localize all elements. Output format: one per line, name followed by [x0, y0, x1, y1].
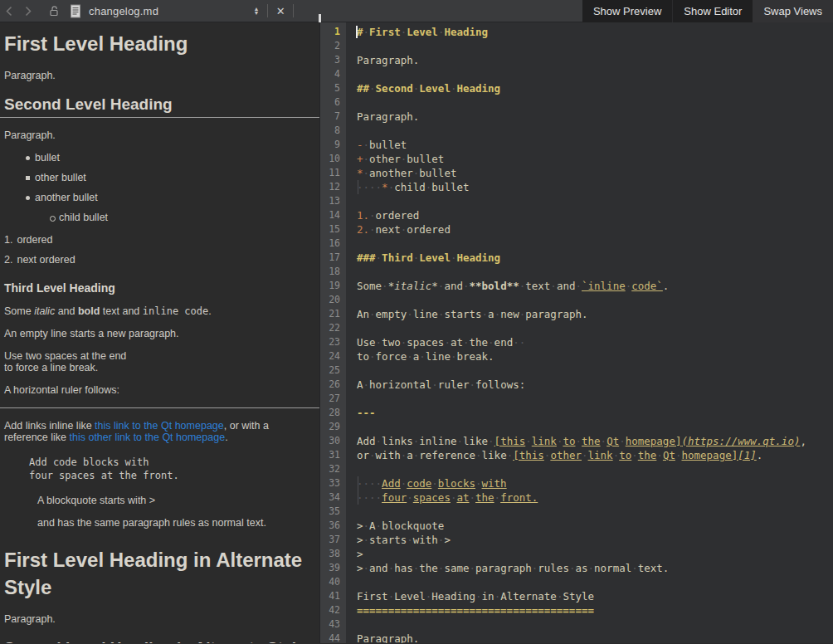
- editor-line[interactable]: Paragraph.: [357, 110, 833, 124]
- line-number[interactable]: 8: [320, 124, 340, 138]
- pane-splitter-handle[interactable]: [319, 14, 321, 22]
- editor-line[interactable]: to·force·a·line·break.: [357, 349, 833, 363]
- line-number[interactable]: 25: [320, 363, 340, 378]
- line-number[interactable]: 12: [320, 180, 340, 194]
- editor-line[interactable]: First·Level·Heading·in·Alternate·Style: [357, 589, 833, 603]
- editor-line[interactable]: Paragraph.: [357, 632, 833, 643]
- line-number[interactable]: 23: [320, 335, 340, 349]
- line-number[interactable]: 36: [320, 519, 340, 533]
- editor-line[interactable]: *·another·bullet: [357, 166, 833, 180]
- editor-line[interactable]: -·bullet: [357, 138, 833, 152]
- line-number[interactable]: 24: [320, 349, 340, 363]
- line-number[interactable]: 18: [320, 265, 340, 279]
- line-number[interactable]: 11: [320, 166, 340, 180]
- editor-line[interactable]: [357, 265, 833, 279]
- document-switcher[interactable]: ▲ ▼: [250, 7, 263, 15]
- editor-line[interactable]: >·A·blockquote: [357, 519, 833, 533]
- editor-line[interactable]: 2.·next·ordered: [357, 222, 833, 237]
- line-number[interactable]: 43: [320, 617, 340, 632]
- line-number[interactable]: 33: [320, 476, 340, 490]
- line-number[interactable]: 40: [320, 575, 340, 589]
- show-preview-button[interactable]: Show Preview: [582, 0, 672, 22]
- line-number[interactable]: 3: [320, 53, 340, 67]
- close-document-button[interactable]: ✕: [272, 2, 289, 19]
- line-number[interactable]: 27: [320, 392, 340, 406]
- editor-line[interactable]: [357, 505, 833, 519]
- line-number[interactable]: 20: [320, 293, 340, 307]
- editor-line[interactable]: ····four·spaces·at·the·front.: [357, 490, 833, 505]
- forward-button[interactable]: [18, 0, 37, 22]
- editor-line[interactable]: ======================================: [357, 603, 833, 617]
- line-number[interactable]: 5: [320, 81, 340, 95]
- line-number[interactable]: 6: [320, 95, 340, 110]
- line-number[interactable]: 30: [320, 434, 340, 448]
- line-number[interactable]: 37: [320, 533, 340, 547]
- line-number[interactable]: 38: [320, 547, 340, 561]
- line-number[interactable]: 16: [320, 237, 340, 251]
- line-number[interactable]: 4: [320, 67, 340, 81]
- line-number[interactable]: 32: [320, 462, 340, 476]
- line-number[interactable]: 29: [320, 420, 340, 434]
- editor-line[interactable]: [357, 363, 833, 378]
- line-number[interactable]: 31: [320, 448, 340, 462]
- line-number[interactable]: 26: [320, 378, 340, 392]
- line-number[interactable]: 15: [320, 222, 340, 237]
- editor-line[interactable]: Paragraph.: [357, 53, 833, 67]
- editor-line[interactable]: ····Add·code·blocks·with: [357, 476, 833, 490]
- editor-line[interactable]: [357, 321, 833, 335]
- editor-line[interactable]: Add·links·inline·like·[this·link·to·the·…: [357, 434, 833, 448]
- editor-line[interactable]: [357, 237, 833, 251]
- editor-line[interactable]: [357, 420, 833, 434]
- back-button[interactable]: [0, 0, 18, 22]
- editor-line[interactable]: [357, 67, 833, 81]
- line-number[interactable]: 42: [320, 603, 340, 617]
- editor-line[interactable]: [357, 617, 833, 632]
- editor-line[interactable]: ····*·child·bullet: [357, 180, 833, 194]
- file-lock-button[interactable]: [43, 0, 65, 22]
- line-number[interactable]: 44: [320, 632, 340, 643]
- line-number[interactable]: 17: [320, 251, 340, 265]
- open-document-name[interactable]: changelog.md: [89, 5, 158, 17]
- line-number[interactable]: 39: [320, 561, 340, 575]
- line-number[interactable]: 34: [320, 490, 340, 505]
- line-number[interactable]: 7: [320, 110, 340, 124]
- editor-line[interactable]: [357, 293, 833, 307]
- editor-line[interactable]: [357, 194, 833, 208]
- line-number[interactable]: 10: [320, 152, 340, 166]
- editor-line[interactable]: A·horizontal·ruler·follows:: [357, 378, 833, 392]
- line-number[interactable]: 35: [320, 505, 340, 519]
- editor-line[interactable]: >·starts·with·>: [357, 533, 833, 547]
- editor-line[interactable]: [357, 124, 833, 138]
- markdown-editor-pane[interactable]: 1234567891011121314151617181920212223242…: [319, 22, 833, 643]
- editor-line[interactable]: Use·two·spaces·at·the·end··: [357, 335, 833, 349]
- editor-line[interactable]: [357, 575, 833, 589]
- line-number[interactable]: 21: [320, 307, 340, 321]
- line-number[interactable]: 22: [320, 321, 340, 335]
- line-number[interactable]: 1: [320, 25, 340, 39]
- editor-line[interactable]: [357, 392, 833, 406]
- editor-line[interactable]: [357, 39, 833, 53]
- qt-homepage-link[interactable]: this link to the Qt homepage: [95, 420, 224, 432]
- editor-line[interactable]: ###·Third·Level·Heading: [357, 251, 833, 265]
- line-number[interactable]: 2: [320, 39, 340, 53]
- line-number[interactable]: 9: [320, 138, 340, 152]
- qt-homepage-reference-link[interactable]: this other link to the Qt homepage: [70, 432, 226, 443]
- editor-line[interactable]: 1.·ordered: [357, 208, 833, 222]
- editor-line[interactable]: >·and·has·the·same·paragraph·rules·as·no…: [357, 561, 833, 575]
- editor-line[interactable]: >: [357, 547, 833, 561]
- editor-line[interactable]: An·empty·line·starts·a·new·paragraph.: [357, 307, 833, 321]
- line-number[interactable]: 13: [320, 194, 340, 208]
- editor-line[interactable]: Some·*italic*·and·**bold**·text·and·`inl…: [357, 279, 833, 293]
- editor-line[interactable]: ##·Second·Level·Heading: [357, 81, 833, 95]
- line-number[interactable]: 14: [320, 208, 340, 222]
- editor-line[interactable]: [357, 462, 833, 476]
- editor-line[interactable]: or·with·a·reference·like·[this·other·lin…: [357, 448, 833, 462]
- line-number[interactable]: 19: [320, 279, 340, 293]
- line-number[interactable]: 41: [320, 589, 340, 603]
- editor-lines[interactable]: #·First·Level·HeadingParagraph.##·Second…: [346, 22, 833, 643]
- editor-line[interactable]: #·First·Level·Heading: [357, 25, 833, 39]
- show-editor-button[interactable]: Show Editor: [672, 0, 753, 22]
- editor-line[interactable]: [357, 95, 833, 110]
- editor-line[interactable]: ---: [357, 406, 833, 420]
- editor-line[interactable]: +·other·bullet: [357, 152, 833, 166]
